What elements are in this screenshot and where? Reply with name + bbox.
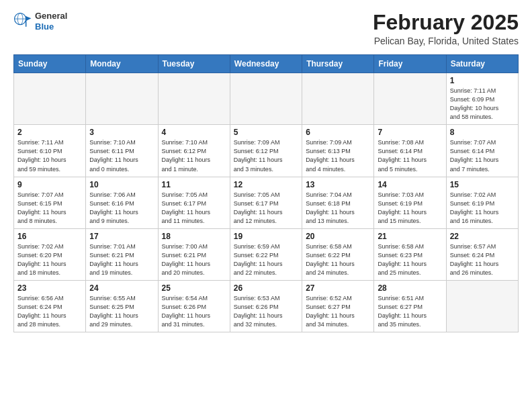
calendar-cell: 19Sunrise: 6:59 AM Sunset: 6:22 PM Dayli… (230, 228, 302, 280)
calendar-cell (230, 73, 302, 125)
page: General Blue February 2025 Pelican Bay, … (0, 0, 532, 343)
col-header-saturday: Saturday (446, 55, 518, 73)
day-number: 2 (17, 128, 82, 137)
calendar-cell (158, 73, 230, 125)
calendar-cell: 18Sunrise: 7:00 AM Sunset: 6:21 PM Dayli… (158, 228, 230, 280)
calendar-cell: 25Sunrise: 6:54 AM Sunset: 6:26 PM Dayli… (158, 280, 230, 332)
day-number: 1 (450, 76, 515, 85)
logo: General Blue (13, 11, 67, 32)
day-number: 8 (450, 128, 515, 137)
day-info: Sunrise: 7:11 AM Sunset: 6:10 PM Dayligh… (17, 138, 82, 173)
day-number: 6 (306, 128, 370, 137)
day-info: Sunrise: 7:01 AM Sunset: 6:21 PM Dayligh… (89, 242, 154, 277)
calendar-cell (446, 280, 518, 332)
day-number: 7 (378, 128, 442, 137)
calendar-cell: 3Sunrise: 7:10 AM Sunset: 6:11 PM Daylig… (86, 125, 158, 177)
day-info: Sunrise: 7:05 AM Sunset: 6:17 PM Dayligh… (234, 191, 298, 226)
day-info: Sunrise: 6:56 AM Sunset: 6:24 PM Dayligh… (17, 294, 82, 329)
calendar-cell: 24Sunrise: 6:55 AM Sunset: 6:25 PM Dayli… (86, 280, 158, 332)
calendar-cell: 17Sunrise: 7:01 AM Sunset: 6:21 PM Dayli… (86, 228, 158, 280)
day-info: Sunrise: 6:51 AM Sunset: 6:27 PM Dayligh… (378, 294, 442, 329)
day-info: Sunrise: 7:09 AM Sunset: 6:13 PM Dayligh… (306, 138, 370, 173)
calendar-cell (374, 73, 446, 125)
day-number: 25 (162, 283, 226, 293)
day-number: 10 (89, 180, 154, 189)
calendar-cell: 16Sunrise: 7:02 AM Sunset: 6:20 PM Dayli… (14, 228, 86, 280)
day-info: Sunrise: 7:05 AM Sunset: 6:17 PM Dayligh… (162, 191, 226, 226)
day-number: 14 (378, 180, 442, 189)
day-info: Sunrise: 7:00 AM Sunset: 6:21 PM Dayligh… (162, 242, 226, 277)
calendar-cell: 6Sunrise: 7:09 AM Sunset: 6:13 PM Daylig… (302, 125, 374, 177)
calendar-cell: 2Sunrise: 7:11 AM Sunset: 6:10 PM Daylig… (14, 125, 86, 177)
day-number: 23 (17, 283, 82, 293)
day-info: Sunrise: 6:58 AM Sunset: 6:22 PM Dayligh… (306, 242, 370, 277)
day-number: 13 (306, 180, 370, 189)
calendar-cell: 9Sunrise: 7:07 AM Sunset: 6:15 PM Daylig… (14, 177, 86, 228)
day-number: 5 (234, 128, 298, 137)
day-info: Sunrise: 6:59 AM Sunset: 6:22 PM Dayligh… (234, 242, 298, 277)
day-number: 12 (234, 180, 298, 189)
day-info: Sunrise: 6:57 AM Sunset: 6:24 PM Dayligh… (450, 242, 515, 277)
calendar-cell (14, 73, 86, 125)
calendar-cell: 4Sunrise: 7:10 AM Sunset: 6:12 PM Daylig… (158, 125, 230, 177)
day-number: 11 (162, 180, 226, 189)
calendar-cell: 28Sunrise: 6:51 AM Sunset: 6:27 PM Dayli… (374, 280, 446, 332)
logo-icon (13, 12, 32, 31)
day-number: 19 (234, 232, 298, 241)
day-info: Sunrise: 7:07 AM Sunset: 6:14 PM Dayligh… (450, 138, 515, 173)
day-info: Sunrise: 7:07 AM Sunset: 6:15 PM Dayligh… (17, 191, 82, 226)
day-number: 28 (378, 283, 442, 293)
calendar-cell: 21Sunrise: 6:58 AM Sunset: 6:23 PM Dayli… (374, 228, 446, 280)
calendar-cell: 14Sunrise: 7:03 AM Sunset: 6:19 PM Dayli… (374, 177, 446, 228)
calendar-cell (302, 73, 374, 125)
day-info: Sunrise: 7:02 AM Sunset: 6:19 PM Dayligh… (450, 191, 515, 226)
calendar-cell: 22Sunrise: 6:57 AM Sunset: 6:24 PM Dayli… (446, 228, 518, 280)
calendar-cell: 10Sunrise: 7:06 AM Sunset: 6:16 PM Dayli… (86, 177, 158, 228)
calendar-cell: 26Sunrise: 6:53 AM Sunset: 6:26 PM Dayli… (230, 280, 302, 332)
day-number: 17 (89, 232, 154, 241)
day-number: 20 (306, 232, 370, 241)
col-header-monday: Monday (86, 55, 158, 73)
calendar-cell: 20Sunrise: 6:58 AM Sunset: 6:22 PM Dayli… (302, 228, 374, 280)
day-number: 16 (17, 232, 82, 241)
day-number: 9 (17, 180, 82, 189)
day-number: 15 (450, 180, 515, 189)
day-info: Sunrise: 7:11 AM Sunset: 6:09 PM Dayligh… (450, 87, 515, 122)
calendar-cell: 5Sunrise: 7:09 AM Sunset: 6:12 PM Daylig… (230, 125, 302, 177)
day-number: 24 (89, 283, 154, 293)
day-number: 18 (162, 232, 226, 241)
svg-marker-3 (26, 16, 32, 21)
week-row-2: 2Sunrise: 7:11 AM Sunset: 6:10 PM Daylig… (14, 125, 519, 177)
calendar-cell: 15Sunrise: 7:02 AM Sunset: 6:19 PM Dayli… (446, 177, 518, 228)
col-header-sunday: Sunday (14, 55, 86, 73)
day-number: 22 (450, 232, 515, 241)
day-info: Sunrise: 7:09 AM Sunset: 6:12 PM Dayligh… (234, 138, 298, 173)
calendar-cell (86, 73, 158, 125)
day-info: Sunrise: 7:03 AM Sunset: 6:19 PM Dayligh… (378, 191, 442, 226)
day-info: Sunrise: 7:04 AM Sunset: 6:18 PM Dayligh… (306, 191, 370, 226)
month-title: February 2025 (373, 11, 519, 34)
header: General Blue February 2025 Pelican Bay, … (13, 11, 519, 46)
calendar-table: SundayMondayTuesdayWednesdayThursdayFrid… (13, 54, 519, 332)
day-number: 27 (306, 283, 370, 293)
calendar-cell: 11Sunrise: 7:05 AM Sunset: 6:17 PM Dayli… (158, 177, 230, 228)
day-info: Sunrise: 6:54 AM Sunset: 6:26 PM Dayligh… (162, 294, 226, 329)
calendar-header-row: SundayMondayTuesdayWednesdayThursdayFrid… (14, 55, 519, 73)
day-info: Sunrise: 7:06 AM Sunset: 6:16 PM Dayligh… (89, 191, 154, 226)
week-row-4: 16Sunrise: 7:02 AM Sunset: 6:20 PM Dayli… (14, 228, 519, 280)
day-info: Sunrise: 6:53 AM Sunset: 6:26 PM Dayligh… (234, 294, 298, 329)
day-info: Sunrise: 7:08 AM Sunset: 6:14 PM Dayligh… (378, 138, 442, 173)
calendar-cell: 1Sunrise: 7:11 AM Sunset: 6:09 PM Daylig… (446, 73, 518, 125)
logo-text: General Blue (35, 11, 67, 32)
col-header-tuesday: Tuesday (158, 55, 230, 73)
day-info: Sunrise: 6:58 AM Sunset: 6:23 PM Dayligh… (378, 242, 442, 277)
calendar-cell: 8Sunrise: 7:07 AM Sunset: 6:14 PM Daylig… (446, 125, 518, 177)
col-header-wednesday: Wednesday (230, 55, 302, 73)
week-row-5: 23Sunrise: 6:56 AM Sunset: 6:24 PM Dayli… (14, 280, 519, 332)
day-info: Sunrise: 6:55 AM Sunset: 6:25 PM Dayligh… (89, 294, 154, 329)
calendar-cell: 27Sunrise: 6:52 AM Sunset: 6:27 PM Dayli… (302, 280, 374, 332)
day-info: Sunrise: 6:52 AM Sunset: 6:27 PM Dayligh… (306, 294, 370, 329)
day-number: 3 (89, 128, 154, 137)
week-row-1: 1Sunrise: 7:11 AM Sunset: 6:09 PM Daylig… (14, 73, 519, 125)
day-info: Sunrise: 7:02 AM Sunset: 6:20 PM Dayligh… (17, 242, 82, 277)
